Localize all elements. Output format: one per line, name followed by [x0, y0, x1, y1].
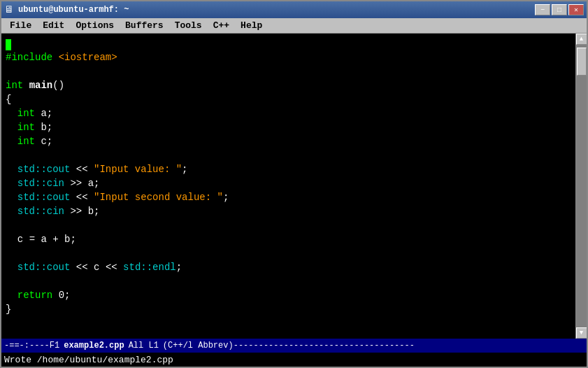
editor-area[interactable]: #include <iostream> int main() { int a; …	[1, 34, 587, 339]
message-text: Wrote /home/ubuntu/example2.cpp	[4, 355, 173, 365]
menu-file[interactable]: File	[4, 19, 37, 32]
line-brace-open: {	[6, 92, 571, 106]
line-main: int main()	[6, 78, 571, 92]
scrollbar-track[interactable]	[576, 45, 587, 327]
minimize-button[interactable]: −	[535, 4, 550, 15]
line-cout1: std::cout << "Input value: ";	[6, 162, 571, 176]
menu-help[interactable]: Help	[235, 19, 268, 32]
line-blank3	[6, 218, 571, 232]
line-blank5	[6, 274, 571, 288]
line-blank2	[6, 148, 571, 162]
vertical-scrollbar[interactable]: ▲ ▼	[575, 34, 587, 339]
menu-edit[interactable]: Edit	[37, 19, 70, 32]
line-var-a: int a;	[6, 106, 571, 120]
close-button[interactable]: ✕	[568, 4, 584, 15]
status-right: (C++/l Abbrev)--------------------------…	[163, 341, 415, 351]
menu-tools[interactable]: Tools	[169, 19, 208, 32]
menu-options[interactable]: Options	[70, 19, 120, 32]
line-cout2: std::cout << "Input second value: ";	[6, 190, 571, 204]
line-return: return 0;	[6, 288, 571, 302]
status-left: -==-:----F1	[4, 341, 59, 351]
window-title: ubuntu@ubuntu-armhf: ~	[18, 5, 535, 15]
line-var-b: int b;	[6, 120, 571, 134]
menu-cpp[interactable]: C++	[208, 19, 235, 32]
line-include: #include <iostream>	[6, 50, 571, 64]
code-content: #include <iostream> int main() { int a; …	[1, 34, 575, 339]
status-position: All L1	[129, 341, 159, 351]
scroll-down-button[interactable]: ▼	[576, 327, 587, 339]
line-cin2: std::cin >> b;	[6, 204, 571, 218]
line-brace-close: }	[6, 302, 571, 316]
window-controls: − □ ✕	[535, 4, 584, 15]
line-calc: c = a + b;	[6, 232, 571, 246]
scrollbar-thumb[interactable]	[577, 48, 587, 76]
line-blank1	[6, 64, 571, 78]
menubar: File Edit Options Buffers Tools C++ Help	[1, 18, 587, 34]
main-window: 🖥 ubuntu@ubuntu-armhf: ~ − □ ✕ File Edit…	[0, 0, 588, 368]
menu-buffers[interactable]: Buffers	[120, 19, 169, 32]
message-bar: Wrote /home/ubuntu/example2.cpp	[1, 353, 587, 367]
status-filename: example2.cpp	[64, 341, 124, 351]
line-cout3: std::cout << c << std::endl;	[6, 260, 571, 274]
line-var-c: int c;	[6, 134, 571, 148]
app-icon: 🖥	[4, 4, 14, 15]
line-1	[6, 36, 571, 50]
titlebar: 🖥 ubuntu@ubuntu-armhf: ~ − □ ✕	[1, 1, 587, 18]
scroll-up-button[interactable]: ▲	[576, 34, 587, 45]
line-cin1: std::cin >> a;	[6, 176, 571, 190]
status-bar: -==-:----F1 example2.cpp All L1 (C++/l A…	[1, 339, 587, 353]
maximize-button[interactable]: □	[552, 4, 567, 15]
line-blank4	[6, 246, 571, 260]
